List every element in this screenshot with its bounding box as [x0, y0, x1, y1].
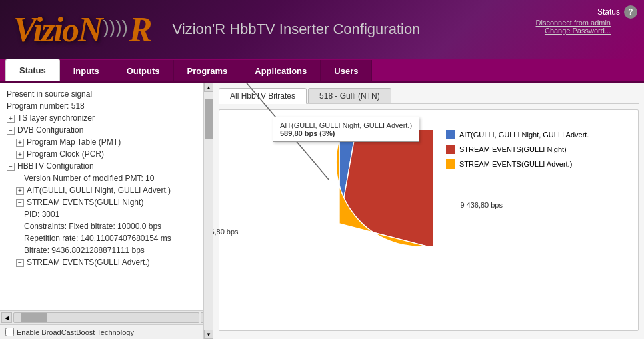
status-top: Status ? — [597, 5, 637, 19]
logo-area: VizioN )))) R Vizion'R HbbTV Inserter Co… — [13, 10, 420, 49]
legend-color-ait — [446, 130, 455, 139]
tree-item-repetition: Repetition rate: 140.11007407680154 ms — [5, 232, 210, 244]
legend-color-stream-night — [446, 145, 455, 154]
legend-label-stream-night: STREAM EVENTS(GULLI Night) — [459, 145, 567, 153]
nav-tab-applications[interactable]: Applications — [241, 60, 321, 81]
pie-container: 9 436,80 bps 9 436,80 bps — [246, 130, 433, 317]
scroll-track — [204, 92, 213, 330]
header: VizioN )))) R Vizion'R HbbTV Inserter Co… — [0, 0, 644, 59]
nav-tab-status[interactable]: Status — [5, 59, 60, 81]
legend-item-ait: AIT(GULLI, GULLI Night, GULLI Advert. — [446, 130, 589, 139]
nav-tab-outputs[interactable]: Outputs — [113, 60, 174, 81]
expand-icon[interactable]: + — [7, 115, 15, 123]
tree-item: Present in source signal — [5, 88, 210, 100]
tree-item-dvb[interactable]: −DVB Configuration — [5, 124, 210, 136]
pie-label-right: 9 436,80 bps — [460, 201, 503, 209]
change-password-link[interactable]: Change Password... — [536, 27, 611, 35]
left-scroll-area[interactable]: Present in source signal Program number:… — [0, 83, 213, 310]
right-tab-518-gulli[interactable]: 518 - Gulli (NTN) — [308, 88, 391, 103]
tree-item-hbbtv[interactable]: −HBBTV Configuration — [5, 160, 210, 172]
h-scroll-thumb — [21, 313, 47, 322]
tree-item-ts-sync[interactable]: +TS layer synchronizer — [5, 112, 210, 124]
tree-item-stream-advert[interactable]: −STREAM EVENTS(GULLI Advert.) — [5, 256, 210, 268]
logo-text: VizioN — [13, 10, 102, 49]
tree-item-stream-night[interactable]: −STREAM EVENTS(GULLI Night) — [5, 196, 210, 208]
broadcast-boost-checkbox[interactable] — [5, 328, 14, 336]
expand-icon[interactable]: + — [16, 151, 24, 159]
header-title: Vizion'R HbbTV Inserter Configuration — [172, 21, 420, 38]
left-panel: Present in source signal Program number:… — [0, 83, 213, 339]
nav-bar: Status Inputs Outputs Programs Applicati… — [0, 59, 644, 83]
scroll-thumb[interactable] — [205, 99, 213, 139]
tree-item-ait[interactable]: +AIT(GULLI, GULLI Night, GULLI Advert.) — [5, 184, 210, 196]
logo-r: R — [129, 10, 153, 49]
main-content: Present in source signal Program number:… — [0, 83, 644, 339]
tree-item-constraints: Constraints: Fixed bitrate: 10000.0 bps — [5, 220, 210, 232]
checkbox-row: Enable BroadCastBoost Technology — [0, 324, 213, 339]
broadcast-boost-label: Enable BroadCastBoost Technology — [17, 328, 134, 336]
legend-item-stream-night: STREAM EVENTS(GULLI Night) — [446, 145, 589, 154]
nav-tab-programs[interactable]: Programs — [174, 60, 242, 81]
tooltip-title: AIT(GULLI, GULLI Night, GULLI Advert.) — [280, 121, 412, 129]
legend-item-stream-advert: STREAM EVENTS(GULLI Advert.) — [446, 159, 589, 169]
nav-tab-users[interactable]: Users — [321, 60, 372, 81]
collapse-icon[interactable]: − — [16, 259, 24, 267]
expand-icon[interactable]: + — [16, 139, 24, 147]
legend-label-stream-advert: STREAM EVENTS(GULLI Advert.) — [459, 160, 572, 168]
scroll-up-button[interactable]: ▲ — [204, 83, 213, 92]
tree-item-pid: PID: 3001 — [5, 208, 210, 220]
chart-area: AIT(GULLI, GULLI Night, GULLI Advert.) 5… — [219, 109, 639, 331]
collapse-icon[interactable]: − — [7, 127, 15, 135]
logo: VizioN )))) R — [13, 10, 152, 49]
collapse-icon[interactable]: − — [7, 163, 15, 171]
scroll-down-button[interactable]: ▼ — [204, 330, 213, 339]
legend-color-stream-advert — [446, 159, 455, 169]
tree-item: Program number: 518 — [5, 100, 210, 112]
right-tabs: All HbbTV Bitrates 518 - Gulli (NTN) — [219, 88, 639, 104]
nav-tab-inputs[interactable]: Inputs — [60, 60, 113, 81]
header-links: Disconnect from admin Change Password... — [536, 19, 611, 35]
tree-item-pmt[interactable]: +Program Map Table (PMT) — [5, 136, 210, 148]
scroll-left-button[interactable]: ◀ — [1, 312, 12, 323]
tooltip-line-svg — [246, 130, 433, 317]
legend-label-ait: AIT(GULLI, GULLI Night, GULLI Advert. — [459, 131, 589, 139]
right-panel: All HbbTV Bitrates 518 - Gulli (NTN) AIT… — [213, 83, 644, 339]
wifi-icon: )))) — [103, 17, 128, 38]
h-scrollbar[interactable] — [13, 312, 199, 323]
vertical-scrollbar[interactable]: ▲ ▼ — [203, 83, 213, 339]
expand-icon[interactable]: + — [16, 187, 24, 195]
legend: AIT(GULLI, GULLI Night, GULLI Advert. ST… — [446, 130, 589, 324]
tree-item-bitrate: Bitrate: 9436.8021288871111 bps — [5, 244, 210, 256]
tree-item-version: Version Number of modified PMT: 10 — [5, 172, 210, 184]
tooltip-box: AIT(GULLI, GULLI Night, GULLI Advert.) 5… — [273, 117, 419, 142]
tooltip-value: 589,80 bps (3%) — [280, 129, 412, 137]
pie-label-left: 9 436,80 bps — [213, 228, 239, 236]
collapse-icon[interactable]: − — [16, 199, 24, 207]
h-scrollbar-row: ◀ ▶ — [0, 310, 213, 324]
status-top-label: Status — [597, 7, 620, 17]
help-icon[interactable]: ? — [624, 5, 637, 19]
tree-item-pcr[interactable]: +Program Clock (PCR) — [5, 148, 210, 160]
disconnect-link[interactable]: Disconnect from admin — [536, 19, 611, 27]
